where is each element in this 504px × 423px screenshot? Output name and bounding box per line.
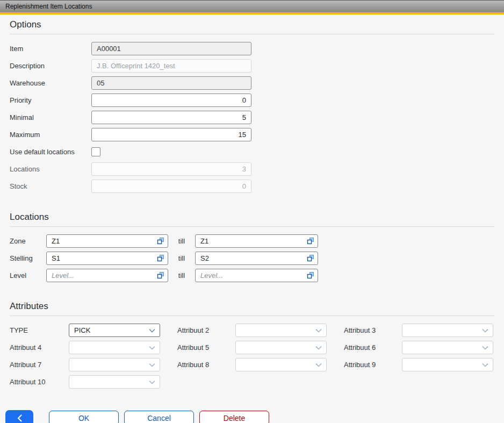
zone-to-input[interactable] [195, 234, 318, 248]
stock-label: Stock [10, 182, 91, 190]
options-heading: Options [10, 15, 494, 34]
attribuut-2-label: Attribuut 2 [177, 326, 235, 334]
value-help-icon[interactable] [157, 271, 164, 279]
level-from-input[interactable] [46, 269, 168, 282]
maximum-row: Maximum 15 [10, 128, 494, 141]
back-button[interactable] [5, 410, 33, 423]
cancel-button[interactable]: Cancel [124, 411, 194, 423]
value-help-icon[interactable] [307, 254, 314, 262]
attribuut-8-label: Attribuut 8 [177, 361, 235, 369]
attribuut-9-label: Attribuut 9 [344, 361, 402, 369]
attribuut-6-label: Attribuut 6 [344, 343, 402, 352]
zone-row: Zone till [10, 234, 494, 248]
level-to-input[interactable] [195, 269, 318, 282]
chevron-down-icon [482, 363, 488, 367]
zone-to-wrap [195, 234, 318, 248]
attribuut-10-dropdown[interactable] [69, 375, 160, 389]
chevron-down-icon [315, 346, 322, 350]
attribuut-4-label: Attribuut 4 [10, 343, 69, 352]
stelling-from-input[interactable] [46, 252, 168, 265]
attribuut-7-label: Attribuut 7 [10, 361, 69, 369]
attribuut-2-dropdown[interactable] [235, 324, 327, 337]
attribuut-10-label: Attribuut 10 [10, 378, 69, 386]
window-title: Replenishment Item Locations [5, 3, 92, 10]
chevron-down-icon [149, 346, 155, 350]
attribuut-3-dropdown[interactable] [402, 324, 493, 337]
ok-button[interactable]: OK [49, 411, 119, 423]
warehouse-row: Warehouse 05 [10, 76, 494, 90]
locations-heading: Locations [10, 207, 494, 227]
delete-button[interactable]: Delete [199, 411, 269, 423]
stock-field: 0 [91, 180, 251, 193]
footer-toolbar: OK Cancel Delete [5, 410, 504, 423]
attribuut-6-dropdown[interactable] [402, 341, 493, 354]
minimal-input[interactable]: 5 [91, 111, 251, 124]
level-row: Level till [10, 269, 494, 282]
zone-label: Zone [10, 237, 46, 245]
use-default-locations-checkbox[interactable] [91, 147, 100, 156]
chevron-down-icon [482, 328, 488, 333]
value-help-icon[interactable] [157, 254, 164, 262]
attribuut-4-dropdown[interactable] [69, 341, 160, 354]
till-label: till [168, 254, 195, 262]
value-help-icon[interactable] [157, 237, 164, 245]
stelling-label: Stelling [10, 254, 46, 262]
minimal-row: Minimal 5 [10, 111, 494, 124]
locations-count-label: Locations [10, 165, 91, 173]
till-label: till [168, 271, 195, 279]
priority-input[interactable]: 0 [91, 94, 251, 107]
chevron-down-icon [315, 363, 322, 367]
warehouse-label: Warehouse [10, 79, 91, 87]
level-to-wrap [195, 269, 318, 282]
use-default-locations-label: Use default locations [10, 148, 91, 156]
locations-section: Locations Zone till Stelling [0, 207, 504, 282]
type-dropdown[interactable]: PICK [69, 324, 160, 337]
level-label: Level [10, 271, 46, 279]
zone-from-wrap [46, 234, 168, 248]
locations-count-row: Locations 3 [10, 162, 494, 176]
attributes-row-1: TYPE PICK Attribuut 2 Attribuut 3 [10, 324, 494, 337]
warehouse-field: 05 [91, 76, 251, 90]
attribuut-5-label: Attribuut 5 [177, 343, 235, 352]
attribuut-8-dropdown[interactable] [235, 358, 327, 371]
type-dropdown-value: PICK [74, 326, 90, 334]
chevron-down-icon [315, 328, 322, 333]
attributes-section: Attributes TYPE PICK Attribuut 2 Attribu… [0, 296, 504, 389]
attributes-row-3: Attribuut 7 Attribuut 8 Attribuut 9 [10, 358, 494, 371]
description-label: Description [10, 62, 91, 70]
stelling-row: Stelling till [10, 252, 494, 265]
use-default-locations-row: Use default locations [10, 145, 494, 159]
item-label: Item [10, 45, 91, 53]
window-titlebar: Replenishment Item Locations [0, 0, 504, 12]
attributes-heading: Attributes [10, 296, 494, 316]
chevron-down-icon [482, 346, 488, 350]
value-help-icon[interactable] [307, 271, 314, 279]
value-help-icon[interactable] [307, 237, 314, 245]
type-label: TYPE [10, 326, 69, 334]
level-from-wrap [46, 269, 168, 282]
till-label: till [168, 237, 195, 245]
priority-label: Priority [10, 96, 91, 104]
stelling-to-input[interactable] [195, 252, 318, 265]
attributes-row-4: Attribuut 10 [10, 375, 494, 389]
chevron-down-icon [149, 363, 155, 367]
maximum-label: Maximum [10, 131, 91, 139]
attribuut-3-label: Attribuut 3 [344, 326, 402, 334]
back-chevron-icon [17, 414, 22, 422]
maximum-input[interactable]: 15 [91, 128, 251, 141]
chevron-down-icon [149, 380, 155, 384]
chevron-down-icon [149, 328, 155, 333]
options-section: Options Item A00001 Description J.B. Off… [0, 15, 504, 193]
attribuut-7-dropdown[interactable] [69, 358, 160, 371]
stelling-from-wrap [46, 252, 168, 265]
locations-count-field: 3 [91, 162, 251, 176]
item-field: A00001 [91, 42, 251, 55]
description-field: J.B. Officeprint 1420_test [91, 59, 251, 73]
zone-from-input[interactable] [46, 234, 168, 248]
attribuut-5-dropdown[interactable] [235, 341, 327, 354]
stock-row: Stock 0 [10, 180, 494, 193]
priority-row: Priority 0 [10, 94, 494, 107]
item-row: Item A00001 [10, 42, 494, 55]
attribuut-9-dropdown[interactable] [402, 358, 493, 371]
minimal-label: Minimal [10, 113, 91, 121]
